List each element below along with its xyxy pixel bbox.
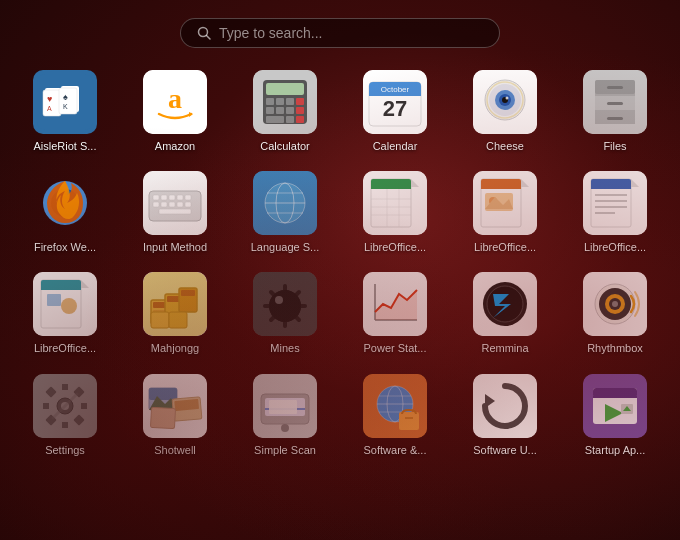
calendar-label: Calendar xyxy=(373,140,418,153)
softwareand-icon xyxy=(363,374,427,438)
svg-rect-179 xyxy=(593,396,637,398)
svg-rect-116 xyxy=(181,290,195,296)
files-label: Files xyxy=(603,140,626,153)
svg-rect-25 xyxy=(266,116,284,123)
svg-rect-155 xyxy=(149,388,177,400)
svg-rect-105 xyxy=(47,294,61,306)
svg-rect-21 xyxy=(266,107,274,114)
app-libreoffice-writer[interactable]: LibreOffice... xyxy=(560,161,670,262)
language-label: Language S... xyxy=(251,241,320,254)
svg-rect-22 xyxy=(276,107,284,114)
remmina-label: Remmina xyxy=(481,342,528,355)
simplescan-icon xyxy=(253,374,317,438)
svg-rect-85 xyxy=(481,187,521,189)
app-startup[interactable]: Startup Ap... xyxy=(560,364,670,465)
svg-text:October: October xyxy=(381,85,410,94)
cheese-icon xyxy=(473,70,537,134)
svg-rect-59 xyxy=(153,202,159,207)
svg-rect-8 xyxy=(59,88,77,114)
svg-rect-164 xyxy=(269,400,297,414)
libreoffice-draw-label: LibreOffice... xyxy=(34,342,96,355)
firefox-icon xyxy=(33,171,97,235)
shotwell-label: Shotwell xyxy=(154,444,196,457)
svg-rect-45 xyxy=(607,86,623,89)
svg-point-144 xyxy=(612,301,618,307)
search-bar-container xyxy=(0,0,680,48)
search-icon xyxy=(197,26,211,40)
mines-icon xyxy=(253,272,317,336)
svg-rect-158 xyxy=(174,399,199,411)
app-powerstat[interactable]: Power Stat... xyxy=(340,262,450,363)
app-remmina[interactable]: Remmina xyxy=(450,262,560,363)
svg-rect-61 xyxy=(169,202,175,207)
svg-rect-49 xyxy=(607,117,623,120)
app-mahjongg[interactable]: Mahjongg xyxy=(120,262,230,363)
svg-line-1 xyxy=(207,36,211,40)
app-rhythmbox[interactable]: Rhythmbox xyxy=(560,262,670,363)
svg-rect-58 xyxy=(185,195,191,200)
firefox-label: Firefox We... xyxy=(34,241,96,254)
app-shotwell[interactable]: Shotwell xyxy=(120,364,230,465)
svg-text:♠: ♠ xyxy=(63,92,68,102)
calculator-icon xyxy=(253,70,317,134)
svg-rect-118 xyxy=(169,312,187,328)
libreoffice-calc-icon xyxy=(363,171,427,235)
svg-rect-62 xyxy=(177,202,183,207)
app-calculator[interactable]: Calculator xyxy=(230,60,340,161)
rhythmbox-icon xyxy=(583,272,647,336)
search-input[interactable] xyxy=(219,25,483,41)
app-settings[interactable]: Settings xyxy=(10,364,120,465)
settings-label: Settings xyxy=(45,444,85,457)
app-libreoffice-draw[interactable]: LibreOffice... xyxy=(10,262,120,363)
libreoffice-writer-label: LibreOffice... xyxy=(584,241,646,254)
app-language[interactable]: Language S... xyxy=(230,161,340,262)
app-calendar[interactable]: October 27 Calendar xyxy=(340,60,450,161)
svg-rect-56 xyxy=(169,195,175,200)
svg-point-40 xyxy=(506,97,509,100)
startup-icon xyxy=(583,374,647,438)
svg-rect-17 xyxy=(266,98,274,105)
app-softwareupdate[interactable]: Software U... xyxy=(450,364,560,465)
app-mines[interactable]: Mines xyxy=(230,262,340,363)
app-aisleriot[interactable]: ♥ A ♠ K AisleRiot S... xyxy=(10,60,120,161)
svg-rect-63 xyxy=(185,202,191,207)
apps-grid: ♥ A ♠ K AisleRiot S... a Amazon xyxy=(0,60,680,465)
mahjongg-icon xyxy=(143,272,207,336)
svg-text:A: A xyxy=(47,105,52,112)
libreoffice-draw-icon xyxy=(33,272,97,336)
app-simplescan[interactable]: Simple Scan xyxy=(230,364,340,465)
cheese-label: Cheese xyxy=(486,140,524,153)
svg-rect-64 xyxy=(159,209,191,214)
remmina-icon xyxy=(473,272,537,336)
startup-label: Startup Ap... xyxy=(585,444,646,457)
app-files[interactable]: Files xyxy=(560,60,670,161)
app-cheese[interactable]: Cheese xyxy=(450,60,560,161)
powerstat-label: Power Stat... xyxy=(364,342,427,355)
svg-point-106 xyxy=(61,298,77,314)
app-firefox[interactable]: Firefox We... xyxy=(10,161,120,262)
aisleriot-icon: ♥ A ♠ K xyxy=(33,70,97,134)
search-bar[interactable] xyxy=(180,18,500,48)
svg-rect-47 xyxy=(607,102,623,105)
app-libreoffice-impress[interactable]: LibreOffice... xyxy=(450,161,560,262)
svg-rect-94 xyxy=(591,187,631,189)
app-amazon[interactable]: a Amazon xyxy=(120,60,230,161)
rhythmbox-label: Rhythmbox xyxy=(587,342,643,355)
mines-label: Mines xyxy=(270,342,299,355)
calculator-label: Calculator xyxy=(260,140,310,153)
svg-rect-26 xyxy=(286,116,294,123)
app-softwareand[interactable]: Software &... xyxy=(340,364,450,465)
svg-rect-27 xyxy=(296,116,304,123)
app-inputmethod[interactable]: Input Method xyxy=(120,161,230,262)
settings-icon xyxy=(33,374,97,438)
svg-rect-20 xyxy=(296,98,304,105)
svg-rect-19 xyxy=(286,98,294,105)
svg-rect-57 xyxy=(177,195,183,200)
language-icon xyxy=(253,171,317,235)
softwareand-label: Software &... xyxy=(364,444,427,457)
svg-rect-159 xyxy=(150,407,175,428)
svg-rect-54 xyxy=(153,195,159,200)
app-libreoffice-calc[interactable]: LibreOffice... xyxy=(340,161,450,262)
softwareupdate-label: Software U... xyxy=(473,444,537,457)
softwareupdate-icon xyxy=(473,374,537,438)
